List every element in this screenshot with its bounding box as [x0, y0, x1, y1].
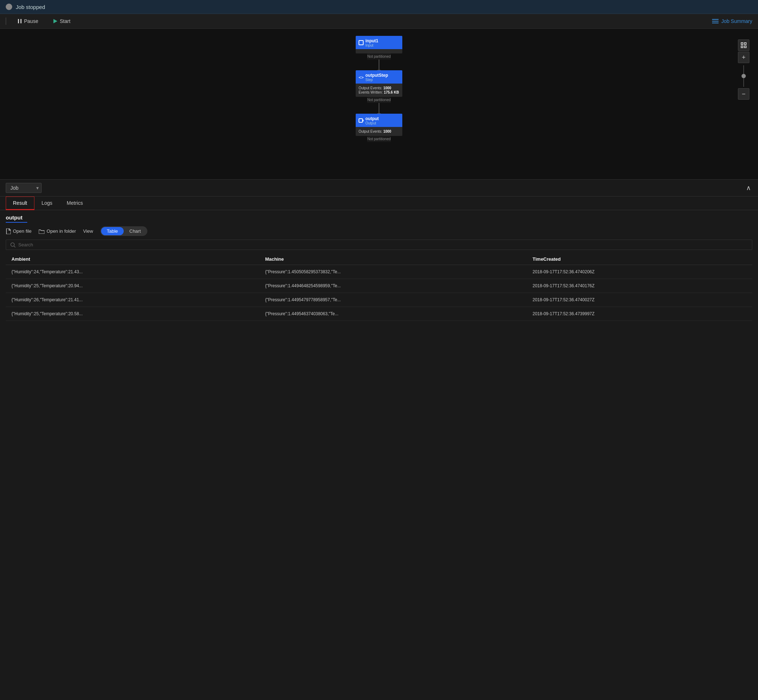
stat-output-events: Output Events: 1000 [359, 86, 399, 90]
zoom-handle [741, 74, 746, 78]
collapse-button[interactable]: ∧ [745, 183, 752, 193]
node-outputstep-title: outputStep [366, 73, 388, 78]
node-outputstep-header: <> outputStep Step [356, 70, 402, 84]
tab-result[interactable]: Result [6, 197, 34, 210]
svg-rect-1 [18, 19, 19, 23]
tab-metrics[interactable]: Metrics [59, 197, 90, 210]
svg-rect-12 [744, 43, 746, 44]
node-input1[interactable]: input1 Input [356, 36, 402, 53]
pause-button[interactable]: Pause [15, 17, 41, 25]
svg-rect-4 [712, 19, 719, 20]
view-label: View [83, 228, 93, 234]
col-time-created: TimeCreated [527, 253, 752, 265]
input-node-icon [359, 40, 364, 45]
node-input1-subtitle: Input [366, 44, 378, 47]
zoom-slider[interactable] [743, 65, 744, 87]
node-input1-title: input1 [366, 38, 378, 44]
svg-rect-7 [359, 41, 363, 45]
job-select[interactable]: Job [6, 183, 42, 193]
svg-rect-13 [741, 46, 743, 48]
flow-diagram: input1 Input Not partitioned <> outputSt… [356, 36, 402, 142]
svg-rect-14 [744, 46, 746, 48]
svg-line-16 [14, 246, 16, 247]
svg-point-15 [11, 243, 14, 246]
arrow-1 [379, 59, 379, 70]
svg-rect-5 [712, 21, 719, 22]
search-icon [10, 242, 16, 247]
node-outputstep-partition: Not partitioned [367, 97, 391, 103]
fit-view-icon [741, 42, 747, 48]
toolbar-separator-1 [6, 17, 6, 25]
cell-time-1: 2018-09-17T17:52:36.4740176Z [527, 279, 752, 293]
fit-view-button[interactable] [738, 39, 749, 51]
node-output-title: output [366, 116, 379, 121]
node-outputstep-subtitle: Step [366, 78, 388, 82]
search-input[interactable] [18, 242, 748, 247]
table-row: {"Humidity":25,"Temperature":20.94... {"… [6, 279, 752, 293]
table-header-row: Ambient Machine TimeCreated [6, 253, 752, 265]
title-bar-text: Job stopped [16, 4, 45, 10]
view-table-button[interactable]: Table [101, 227, 124, 235]
open-folder-button[interactable]: Open in folder [39, 228, 76, 234]
cell-ambient-1: {"Humidity":25,"Temperature":20.94... [6, 279, 259, 293]
bottom-panel: Job ▾ ∧ Result Logs Metrics output Open [0, 179, 758, 700]
node-output-subtitle: Output [366, 121, 379, 125]
zoom-out-button[interactable]: − [738, 88, 749, 100]
cell-ambient-3: {"Humidity":25,"Temperature":20.58... [6, 307, 259, 321]
node-outputstep-body: Output Events: 1000 Events Written: 175.… [356, 84, 402, 97]
job-summary-button[interactable]: Job Summary [712, 18, 752, 24]
svg-rect-0 [8, 5, 10, 8]
cell-time-3: 2018-09-17T17:52:36.4739997Z [527, 307, 752, 321]
table-row: {"Humidity":24,"Temperature":21.43... {"… [6, 265, 752, 279]
view-chart-button[interactable]: Chart [124, 227, 147, 235]
toolbar: Pause Start Job Summary [0, 14, 758, 29]
cell-machine-0: {"Pressure":1.4505058295373832,"Te... [259, 265, 527, 279]
search-bar [6, 239, 752, 250]
svg-rect-6 [712, 23, 719, 23]
zoom-in-button[interactable]: + [738, 52, 749, 63]
table-row: {"Humidity":25,"Temperature":20.58... {"… [6, 307, 752, 321]
start-button[interactable]: Start [50, 17, 73, 25]
file-icon [6, 228, 11, 234]
svg-marker-3 [53, 19, 57, 23]
view-toggle: Table Chart [100, 226, 147, 236]
cell-time-0: 2018-09-17T17:52:36.4740206Z [527, 265, 752, 279]
node-output[interactable]: output Output Output Events: 1000 [356, 114, 402, 136]
svg-rect-11 [741, 43, 743, 44]
node-input1-body [356, 49, 402, 53]
output-node-icon [359, 118, 364, 123]
title-bar: Job stopped [0, 0, 758, 14]
start-icon [53, 19, 58, 23]
tabs: Result Logs Metrics [0, 197, 758, 210]
node-output-body: Output Events: 1000 [356, 127, 402, 136]
cell-ambient-2: {"Humidity":26,"Temperature":21.41... [6, 293, 259, 307]
output-section: output Open file Open in folder View Tab… [0, 210, 758, 324]
canvas-area: input1 Input Not partitioned <> outputSt… [0, 29, 758, 179]
output-underline [6, 222, 27, 223]
stat-events-written: Events Written: 175.6 KB [359, 91, 399, 94]
zoom-controls: + − [738, 39, 749, 100]
node-input1-header: input1 Input [356, 36, 402, 49]
arrow-2 [379, 103, 379, 114]
data-table: Ambient Machine TimeCreated {"Humidity":… [6, 253, 752, 321]
title-bar-icon [6, 3, 12, 10]
cell-machine-2: {"Pressure":1.4495479778958957,"Te... [259, 293, 527, 307]
pause-icon [17, 19, 22, 23]
tab-logs[interactable]: Logs [34, 197, 59, 210]
svg-rect-2 [20, 19, 22, 23]
node-outputstep[interactable]: <> outputStep Step Output Events: 1000 E… [356, 70, 402, 97]
job-summary-icon [712, 19, 719, 23]
panel-toolbar: Job ▾ ∧ [0, 180, 758, 197]
node-output-partition: Not partitioned [367, 136, 391, 142]
stat-output-events-2: Output Events: 1000 [359, 130, 399, 133]
node-output-header: output Output [356, 114, 402, 127]
job-select-wrapper: Job ▾ [6, 183, 42, 193]
node-input1-partition: Not partitioned [367, 53, 391, 59]
open-file-button[interactable]: Open file [6, 228, 31, 234]
output-title: output [6, 214, 752, 220]
svg-text:<>: <> [359, 75, 364, 80]
table-row: {"Humidity":26,"Temperature":21.41... {"… [6, 293, 752, 307]
output-toolbar: Open file Open in folder View Table Char… [6, 226, 752, 236]
step-node-icon: <> [359, 75, 364, 80]
cell-machine-3: {"Pressure":1.449546374038063,"Te... [259, 307, 527, 321]
